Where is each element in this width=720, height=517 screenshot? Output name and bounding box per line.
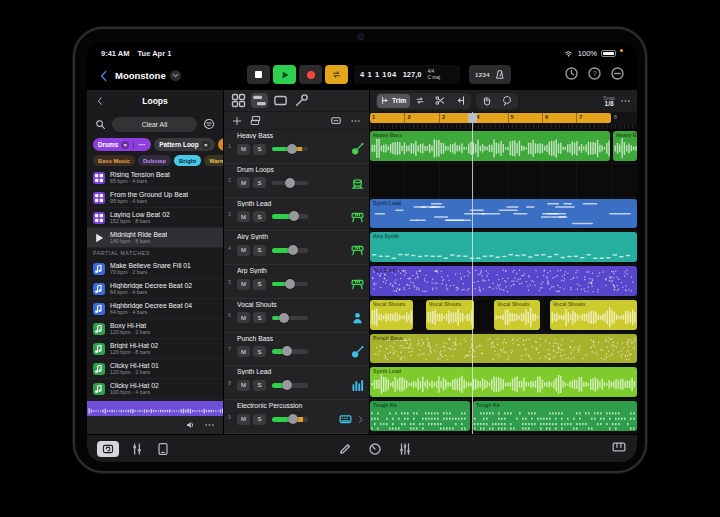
mute-button[interactable]: M [237, 414, 250, 425]
solo-button[interactable]: S [253, 380, 266, 391]
loop-list-item[interactable]: Bright Hi-Hat 02120 bpm · 8 bars [87, 339, 223, 359]
loop-list-item[interactable]: Midnight Ride Beat140 bpm · 8 bars [87, 228, 223, 248]
region-inspector-button[interactable] [272, 93, 289, 108]
region[interactable]: Synth Lead [370, 367, 637, 397]
volume-slider[interactable] [272, 349, 308, 354]
cell-view-button[interactable] [155, 442, 171, 456]
region[interactable]: Synth Lead [370, 199, 637, 229]
trim-tool-button[interactable]: Trim [377, 94, 410, 108]
plugins-knob-button[interactable] [367, 442, 383, 456]
volume-slider[interactable] [272, 181, 308, 186]
count-in-button[interactable]: 1234 [475, 72, 490, 78]
loop-list-item[interactable]: Clicky Hi-Hat 01120 bpm · 2 bars [87, 359, 223, 379]
track-header-row[interactable]: 6Vocal ShoutsMS [224, 299, 369, 333]
tracks-view-button[interactable] [251, 93, 268, 108]
record-button[interactable] [299, 65, 322, 84]
stop-button[interactable] [247, 65, 270, 84]
volume-knob[interactable] [285, 279, 295, 289]
playhead[interactable] [472, 112, 473, 434]
track-header-row[interactable]: 9Electronic PercussionMS [224, 400, 369, 434]
track-header-row[interactable]: 4Airy SynthMS [224, 231, 369, 265]
volume-slider[interactable] [272, 248, 308, 253]
clear-all-button[interactable]: Clear All [112, 117, 197, 132]
split-tool-button[interactable] [430, 95, 450, 106]
region-row[interactable]: Synth Lead [370, 198, 637, 232]
tools-button[interactable] [293, 93, 310, 108]
solo-button[interactable]: S [253, 211, 266, 222]
volume-slider[interactable] [272, 147, 308, 152]
editor-pencil-button[interactable] [337, 442, 353, 456]
metronome-icon[interactable] [495, 69, 505, 80]
region-row[interactable]: Arp Synth [370, 265, 637, 299]
solo-button[interactable]: S [253, 312, 266, 323]
more-icon[interactable] [204, 420, 215, 430]
mute-button[interactable]: M [237, 279, 250, 290]
loop-list-item[interactable]: From the Ground Up Beat95 bpm · 4 bars [87, 188, 223, 208]
browser-view-button[interactable] [230, 93, 247, 108]
solo-button[interactable]: S [253, 346, 266, 357]
region[interactable]: Heavy Bass [370, 131, 610, 161]
solo-button[interactable]: S [253, 279, 266, 290]
loop-list-item[interactable]: Highbridge Decree Beat 0464 bpm · 4 bars [87, 299, 223, 319]
region[interactable]: Vocal Shouts [426, 300, 474, 330]
solo-button[interactable]: S [253, 245, 266, 256]
volume-knob[interactable] [282, 380, 292, 390]
region-row[interactable]: Punch Bass [370, 333, 637, 367]
region-row[interactable]: Synth Lead [370, 366, 637, 400]
filter-chip-trap[interactable]: Trap× [218, 138, 223, 151]
region[interactable]: Arp Synth [370, 266, 637, 296]
back-button[interactable] [97, 69, 111, 83]
region-row[interactable] [370, 164, 637, 198]
filter-chip-pattern-loop[interactable]: Pattern Loop× [154, 138, 214, 151]
volume-knob[interactable] [288, 414, 298, 424]
mute-button[interactable]: M [237, 144, 250, 155]
volume-knob[interactable] [279, 313, 289, 323]
speaker-icon[interactable] [185, 420, 196, 430]
loop-list-item[interactable]: Highbridge Decree Beat 0264 bpm · 4 bars [87, 279, 223, 299]
timeline-more-icon[interactable] [620, 96, 631, 106]
volume-knob[interactable] [282, 346, 292, 356]
track-header-row[interactable]: 2Drum LoopsMS [224, 164, 369, 198]
track-header-row[interactable]: 7Punch BassMS [224, 333, 369, 367]
region[interactable]: Vocal Shouts [550, 300, 637, 330]
volume-slider[interactable] [272, 383, 308, 388]
track-expand-icon[interactable] [356, 415, 365, 424]
mute-button[interactable]: M [237, 380, 250, 391]
add-track-button[interactable] [232, 116, 242, 126]
track-header-row[interactable]: 1Heavy BassMS [224, 130, 369, 164]
volume-slider[interactable] [272, 214, 308, 219]
region[interactable]: Airy Synth [370, 232, 637, 262]
remove-filter-icon[interactable]: × [202, 141, 210, 149]
volume-knob[interactable] [288, 245, 298, 255]
solo-button[interactable]: S [253, 144, 266, 155]
mute-button[interactable]: M [237, 177, 250, 188]
cycle-range-band[interactable]: 1234567 [370, 113, 611, 123]
fade-tool-button[interactable] [450, 95, 470, 106]
loop-preview-waveform[interactable] [87, 401, 223, 416]
play-button[interactable] [273, 65, 296, 84]
volume-slider[interactable] [272, 316, 308, 321]
bar-ruler[interactable]: 12345678 [370, 112, 637, 124]
track-stack-icon[interactable] [250, 115, 261, 126]
lasso-tool-button[interactable] [497, 95, 517, 106]
solo-button[interactable]: S [253, 414, 266, 425]
track-header-row[interactable]: 8Synth LeadMS [224, 366, 369, 400]
region[interactable]: Vocal Shouts [494, 300, 540, 330]
mute-button[interactable]: M [237, 346, 250, 357]
project-title[interactable]: Moonstone [115, 70, 166, 81]
volume-knob[interactable] [287, 144, 297, 154]
track-header-row[interactable]: 3Synth LeadMS [224, 198, 369, 232]
mixer-faders-button[interactable] [397, 442, 413, 456]
region[interactable]: Tough Kit [370, 401, 470, 431]
playhead-handle[interactable] [468, 113, 477, 123]
loop-browser-button[interactable] [97, 441, 119, 457]
loop-tool-button[interactable] [410, 95, 430, 106]
track-more-icon[interactable] [350, 116, 361, 126]
loop-list-item[interactable]: Laying Low Beat 02152 bpm · 8 bars [87, 208, 223, 228]
region[interactable]: Punch Bass [370, 334, 637, 364]
filter-icon[interactable] [203, 118, 215, 130]
help-icon[interactable]: ? [587, 66, 602, 81]
loop-list-item[interactable]: Boxy Hi-Hat120 bpm · 2 bars [87, 319, 223, 339]
tag-chip-warm[interactable]: Warm [204, 155, 223, 166]
loop-list-item[interactable]: Make Believe Snare Fill 0170 bpm · 2 bar… [87, 259, 223, 279]
